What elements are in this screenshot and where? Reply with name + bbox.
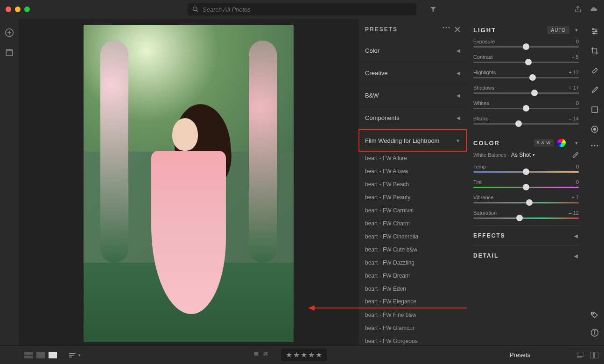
flag-reject-icon[interactable]: [262, 351, 270, 359]
preset-item[interactable]: beart - FW Alowa: [358, 165, 467, 178]
preset-group-label: B&W: [365, 92, 379, 99]
preset-item[interactable]: beart - FW Carnival: [358, 204, 467, 217]
preset-item[interactable]: beart - FW Eden: [358, 282, 467, 295]
preset-group-film-wedding[interactable]: Film Wedding for Lightroom ▼: [358, 129, 467, 152]
close-window[interactable]: [6, 7, 11, 12]
preset-group-color[interactable]: Color ◀: [358, 40, 467, 62]
tag-icon[interactable]: [590, 311, 599, 319]
crop-icon[interactable]: [590, 47, 599, 55]
preset-item[interactable]: beart - FW Beach: [358, 178, 467, 191]
chevron-down-icon[interactable]: ▼: [574, 28, 579, 33]
slider-track[interactable]: [473, 46, 579, 48]
minimize-window[interactable]: [15, 7, 21, 12]
slider-track[interactable]: [473, 77, 579, 78]
preset-group-components[interactable]: Components ◀: [358, 107, 467, 129]
search-input[interactable]: [203, 6, 412, 13]
sort-button[interactable]: ▾: [69, 352, 81, 358]
square-grid-button[interactable]: [36, 352, 45, 358]
slider-thumb[interactable]: [523, 184, 529, 190]
star-icon[interactable]: ★: [316, 350, 322, 359]
slider-thumb[interactable]: [526, 199, 533, 206]
slider-track[interactable]: [473, 92, 579, 94]
slider-track[interactable]: [473, 217, 579, 219]
slider-thumb[interactable]: [531, 90, 538, 96]
svg-rect-20: [592, 68, 598, 74]
radial-gradient-icon[interactable]: [590, 125, 599, 133]
healing-icon[interactable]: [590, 66, 599, 75]
slider-thumb[interactable]: [516, 215, 523, 221]
preset-item[interactable]: beart - FW Cinderella: [358, 230, 467, 243]
presets-tab[interactable]: Presets: [463, 351, 577, 358]
slider-thumb[interactable]: [515, 120, 522, 127]
chevron-left-icon: ◀: [457, 93, 460, 98]
info-icon[interactable]: [590, 329, 599, 337]
bw-button[interactable]: B & W: [534, 139, 554, 147]
maximize-window[interactable]: [24, 7, 30, 12]
preset-item[interactable]: beart - FW Dream: [358, 269, 467, 282]
close-presets-icon[interactable]: [455, 27, 460, 32]
preset-item[interactable]: beart - FW Glamour: [358, 322, 467, 335]
grid-view-button[interactable]: [24, 352, 33, 358]
svg-rect-36: [577, 352, 583, 357]
preset-item[interactable]: beart - FW Allure: [358, 152, 467, 165]
preset-group-bw[interactable]: B&W ◀: [358, 84, 467, 107]
slider-thumb[interactable]: [523, 43, 529, 50]
photo-preview[interactable]: [84, 25, 294, 342]
brush-icon[interactable]: [590, 86, 599, 94]
sliders-icon[interactable]: [590, 27, 599, 35]
flag-pick-icon[interactable]: [253, 351, 260, 359]
add-photo-icon[interactable]: [5, 28, 14, 37]
search-container[interactable]: [188, 3, 416, 15]
preset-item[interactable]: beart - FW Cute b&w: [358, 243, 467, 256]
svg-point-30: [594, 331, 595, 332]
preset-item[interactable]: beart - FW Charm: [358, 217, 467, 230]
svg-point-10: [445, 27, 447, 28]
slider-label: Vibrance: [473, 195, 493, 200]
slider-track[interactable]: [473, 171, 579, 173]
compare-icon[interactable]: [590, 352, 598, 358]
chevron-down-icon[interactable]: ▼: [574, 140, 579, 146]
slider-value: 0: [576, 100, 579, 106]
presets-menu-icon[interactable]: [442, 27, 450, 32]
preset-item[interactable]: beart - FW Dazzling: [358, 256, 467, 269]
eyedropper-icon[interactable]: [572, 152, 579, 158]
star-icon[interactable]: ★: [293, 350, 300, 359]
preset-item[interactable]: beart - FW Beauty: [358, 191, 467, 204]
filter-icon[interactable]: [429, 6, 437, 13]
linear-gradient-icon[interactable]: [590, 105, 599, 114]
slider-label: Contrast: [473, 54, 493, 60]
canvas-area[interactable]: [19, 19, 358, 345]
preset-group-creative[interactable]: Creative ◀: [358, 62, 467, 84]
slider-value: + 17: [569, 85, 579, 91]
slider-thumb[interactable]: [523, 168, 529, 175]
star-icon[interactable]: ★: [286, 350, 292, 359]
slider-track[interactable]: [473, 202, 579, 203]
rating-stars[interactable]: ★ ★ ★ ★ ★: [281, 349, 327, 361]
slider-label: Highlights: [473, 70, 496, 75]
slider-track[interactable]: [473, 62, 579, 63]
share-icon[interactable]: [574, 6, 582, 13]
more-icon[interactable]: [591, 145, 598, 147]
slider-thumb[interactable]: [525, 59, 532, 65]
library-icon[interactable]: [5, 49, 14, 57]
auto-button[interactable]: AUTO: [547, 26, 569, 34]
svg-rect-38: [595, 352, 598, 358]
wb-dropdown[interactable]: As Shot ▾: [511, 152, 535, 158]
cloud-icon[interactable]: [589, 6, 598, 13]
slider-value: 0: [576, 179, 579, 185]
slider-value: 0: [576, 39, 579, 44]
effects-section[interactable]: EFFECTS ◀: [473, 225, 579, 245]
star-icon[interactable]: ★: [301, 350, 307, 359]
single-view-button[interactable]: [49, 352, 57, 358]
star-icon[interactable]: ★: [308, 350, 315, 359]
color-mixer-icon[interactable]: [557, 139, 566, 147]
presets-scroll[interactable]: Color ◀ Creative ◀ B&W ◀ Components ◀ Fi…: [358, 40, 467, 345]
preset-item[interactable]: beart - FW Gorgeous: [358, 335, 467, 345]
slider-track[interactable]: [473, 108, 579, 109]
detail-section[interactable]: DETAIL ◀: [473, 245, 579, 266]
slider-track[interactable]: [473, 123, 579, 125]
slider-track[interactable]: [473, 187, 579, 188]
slider-thumb[interactable]: [523, 105, 529, 112]
svg-point-18: [596, 31, 597, 32]
slider-thumb[interactable]: [529, 74, 536, 81]
